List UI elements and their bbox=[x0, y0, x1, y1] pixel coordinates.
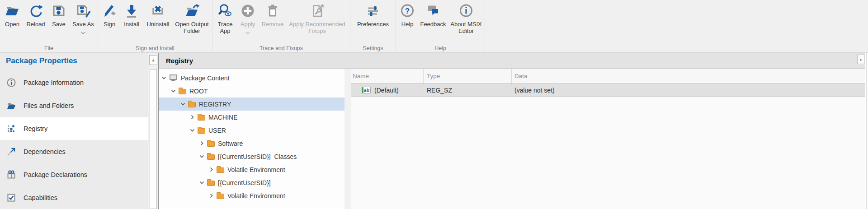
feedback-bubbles-icon bbox=[425, 2, 441, 21]
sidebar-item-package-declarations[interactable]: Package Declarations bbox=[0, 163, 148, 186]
tree-item-label: Software bbox=[218, 140, 243, 147]
save-as-button-label: Save As bbox=[72, 21, 94, 28]
tree-row-volatile-environment-classes[interactable]: Volatile Environment bbox=[159, 163, 344, 176]
tree-item-label: ROOT bbox=[189, 88, 208, 95]
column-header-type[interactable]: Type bbox=[423, 69, 511, 84]
main-scroll-up-button[interactable]: ▲ bbox=[857, 55, 864, 64]
tree-row-user[interactable]: USER bbox=[159, 124, 344, 137]
sidebar-item-label: Capabilities bbox=[24, 194, 57, 201]
sidebar-item-label: Package Declarations bbox=[24, 171, 87, 178]
about-msix-editor-button[interactable]: About MSIX Editor bbox=[448, 0, 484, 43]
remove-trash-icon bbox=[264, 2, 281, 21]
reload-icon bbox=[28, 2, 44, 21]
apply-recommended-fixups-button-label: Apply Recommended Fixups bbox=[287, 21, 348, 34]
preferences-button-label: Preferences bbox=[357, 21, 389, 28]
folder-icon bbox=[179, 88, 186, 94]
save-button-label: Save bbox=[52, 21, 66, 28]
chevron-right-icon[interactable] bbox=[199, 141, 207, 146]
ribbon-group-label-settings: Settings bbox=[350, 45, 396, 51]
folder-icon bbox=[217, 166, 224, 173]
save-button[interactable]: Save bbox=[48, 0, 70, 43]
install-button[interactable]: Install bbox=[120, 0, 143, 43]
sidebar-item-dependencies[interactable]: Dependencies bbox=[0, 140, 148, 163]
tree-row-currentusersid[interactable]: [{CurrentUserSID}] bbox=[159, 176, 344, 189]
value-data-cell: (value not set) bbox=[511, 87, 865, 94]
open-output-folder-button[interactable]: Open Output Folder bbox=[173, 0, 211, 43]
about-msix-editor-button-label: About MSIX Editor bbox=[448, 21, 484, 34]
chevron-down-icon[interactable] bbox=[171, 88, 179, 93]
sidebar-title: Package Properties bbox=[0, 53, 148, 71]
tree-row-currentusersid-classes[interactable]: [{CurrentUserSID}]_Classes bbox=[159, 150, 344, 163]
chevron-right-icon[interactable] bbox=[190, 115, 198, 120]
chevron-down-icon[interactable] bbox=[161, 75, 169, 80]
feedback-button[interactable]: Feedback bbox=[418, 0, 448, 43]
tree-row-registry[interactable]: REGISTRY bbox=[159, 98, 344, 111]
help-button-label: Help bbox=[401, 21, 414, 28]
ribbon-group-trace-fixups: Trace App Apply bbox=[212, 0, 350, 52]
save-as-button[interactable]: Save As bbox=[70, 0, 97, 43]
chevron-down-icon[interactable] bbox=[180, 102, 188, 107]
preferences-button[interactable]: Preferences bbox=[352, 0, 394, 43]
sign-button[interactable]: Sign bbox=[99, 0, 120, 43]
tree-item-label: REGISTRY bbox=[199, 101, 231, 108]
apply-recommended-fixups-button[interactable]: Apply Recommended Fixups bbox=[287, 0, 348, 43]
sidebar-item-label: Dependencies bbox=[24, 148, 66, 155]
registry-values-table: Name Type Data ab (Default) REG_SZ (valu… bbox=[351, 69, 865, 209]
folder-icon bbox=[198, 114, 205, 121]
tree-table-splitter[interactable] bbox=[344, 69, 351, 209]
main-scrollbar-track[interactable] bbox=[866, 53, 867, 209]
ribbon-group-label-trace-fixups: Trace and Fixups bbox=[212, 45, 350, 51]
sidebar-scrollbar-thumb[interactable] bbox=[150, 69, 157, 209]
chevron-down-icon[interactable] bbox=[199, 180, 207, 185]
tree-row-volatile-environment[interactable]: Volatile Environment bbox=[159, 189, 344, 202]
tree-row-package-content[interactable]: Package Content bbox=[159, 71, 344, 84]
sidebar-item-package-information[interactable]: Package Information bbox=[0, 71, 148, 94]
sidebar-package-properties: Package Properties Package Information F… bbox=[0, 53, 148, 209]
open-button[interactable]: Open bbox=[1, 0, 24, 43]
computer-icon bbox=[169, 74, 178, 82]
sidebar-item-registry[interactable]: Registry bbox=[0, 117, 148, 140]
sidebar-item-label: Files and Folders bbox=[24, 102, 74, 109]
tree-row-machine[interactable]: MACHINE bbox=[159, 111, 344, 124]
apply-button[interactable]: Apply bbox=[237, 0, 259, 43]
folder-icon bbox=[188, 101, 196, 107]
sidebar-scroll-up-button[interactable]: ▲ bbox=[149, 55, 157, 65]
sidebar-item-files-and-folders[interactable]: Files and Folders bbox=[0, 94, 148, 117]
save-as-dropdown-chevron-icon[interactable] bbox=[81, 28, 85, 36]
table-row-default-value[interactable]: ab (Default) REG_SZ (value not set) bbox=[351, 84, 865, 97]
column-header-name[interactable]: Name bbox=[351, 69, 423, 84]
tree-item-label: Volatile Environment bbox=[227, 192, 285, 200]
column-header-data[interactable]: Data bbox=[511, 69, 865, 84]
trace-app-button[interactable]: Trace App bbox=[213, 0, 237, 43]
sign-pencil-icon bbox=[101, 2, 118, 21]
remove-button[interactable]: Remove bbox=[259, 0, 287, 43]
uninstall-button[interactable]: Uninstall bbox=[143, 0, 173, 43]
folder-icon bbox=[217, 192, 224, 199]
tree-item-label: Volatile Environment bbox=[227, 166, 285, 173]
ribbon-group-file: Open Reload Save bbox=[0, 0, 98, 52]
help-button[interactable]: ? Help bbox=[397, 0, 418, 43]
ribbon: Open Reload Save bbox=[0, 0, 868, 53]
ribbon-group-label-file: File bbox=[0, 45, 98, 51]
apply-button-label: Apply bbox=[241, 21, 255, 28]
ribbon-group-label-sign-install: Sign and Install bbox=[98, 45, 212, 51]
sidebar-item-capabilities[interactable]: Capabilities bbox=[0, 186, 148, 209]
open-output-folder-button-label: Open Output Folder bbox=[173, 21, 211, 34]
tree-item-label: [{CurrentUserSID}] bbox=[218, 179, 271, 186]
chevron-right-icon[interactable] bbox=[209, 167, 217, 172]
reload-button[interactable]: Reload bbox=[24, 0, 48, 43]
tree-row-root[interactable]: ROOT bbox=[159, 84, 344, 98]
tree-item-label: Package Content bbox=[181, 74, 229, 82]
info-circle-icon bbox=[6, 78, 24, 88]
save-as-icon bbox=[75, 2, 91, 21]
chevron-down-icon[interactable] bbox=[190, 128, 198, 133]
sign-button-label: Sign bbox=[104, 21, 115, 28]
chevron-down-icon[interactable] bbox=[199, 154, 207, 159]
chevron-right-icon[interactable] bbox=[209, 193, 217, 198]
tree-row-software[interactable]: Software bbox=[159, 137, 344, 150]
folder-icon bbox=[207, 153, 215, 160]
ribbon-group-sign-install: Sign Install Uninstall bbox=[98, 0, 212, 52]
tree-item-label: [{CurrentUserSID}]_Classes bbox=[218, 153, 297, 160]
open-button-label: Open bbox=[5, 21, 19, 28]
apply-dropdown-chevron-icon[interactable] bbox=[245, 28, 250, 36]
